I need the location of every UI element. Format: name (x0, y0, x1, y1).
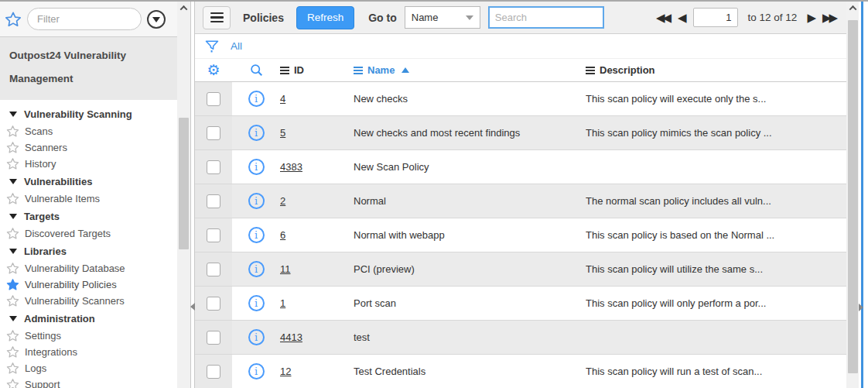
scroll-up-icon[interactable] (177, 2, 190, 15)
favorites-star-icon[interactable] (5, 11, 22, 28)
sidebar-dropdown-button[interactable] (147, 10, 166, 29)
menu-button[interactable] (203, 6, 231, 29)
collapse-right-icon[interactable] (859, 304, 863, 311)
table-row: i 11 PCI (preview) This scan policy will… (195, 252, 846, 287)
row-checkbox[interactable] (207, 92, 220, 106)
info-icon[interactable]: i (248, 193, 265, 209)
policy-id-link[interactable]: 2 (280, 195, 354, 207)
policy-id-link[interactable]: 11 (280, 263, 354, 275)
sidebar-item-vulnerability-policies[interactable]: Vulnerability Policies (0, 276, 177, 293)
row-checkbox[interactable] (207, 263, 220, 276)
row-checkbox[interactable] (207, 160, 220, 174)
row-checkbox[interactable] (207, 194, 220, 208)
sidebar-item-scanners[interactable]: Scanners (0, 139, 177, 156)
column-header-id[interactable]: ID (280, 64, 354, 76)
sidebar-item-logs[interactable]: Logs (0, 360, 177, 376)
policy-id-link[interactable]: 4 (280, 93, 354, 105)
star-icon[interactable] (6, 192, 19, 205)
sidebar-item-settings[interactable]: Settings (0, 328, 177, 344)
panel-divider[interactable] (190, 2, 195, 388)
star-icon[interactable] (6, 362, 19, 375)
search-input[interactable] (488, 6, 604, 29)
table-row: i 4 New checks This scan policy will exe… (195, 82, 846, 116)
refresh-button[interactable]: Refresh (296, 6, 354, 29)
row-checkbox[interactable] (207, 297, 220, 311)
goto-selected-value: Name (412, 12, 439, 23)
policy-name: New Scan Policy (354, 161, 586, 173)
sidebar-group-targets[interactable]: Targets (0, 207, 177, 225)
info-icon[interactable]: i (248, 125, 265, 141)
page-number-input[interactable] (693, 8, 738, 27)
info-icon[interactable]: i (248, 227, 265, 243)
sidebar-item-integrations[interactable]: Integrations (0, 344, 177, 360)
info-icon[interactable]: i (248, 159, 265, 175)
star-icon[interactable] (6, 125, 19, 138)
next-page-icon[interactable]: ▶ (807, 12, 814, 23)
star-icon[interactable] (6, 157, 19, 170)
app-title: Outpost24 Vulnerability Management (0, 37, 177, 100)
star-icon[interactable] (6, 345, 19, 359)
filter-all-link[interactable]: All (231, 40, 242, 52)
sidebar-item-discovered-targets[interactable]: Discovered Targets (0, 225, 177, 242)
sidebar-item-scans[interactable]: Scans (0, 123, 177, 139)
star-icon[interactable] (6, 294, 19, 307)
row-checkbox[interactable] (207, 228, 220, 242)
window-border (861, 2, 863, 388)
collapse-left-icon[interactable] (190, 303, 195, 311)
star-icon[interactable] (6, 378, 19, 388)
row-checkbox[interactable] (207, 126, 220, 140)
sidebar-item-vulnerability-database[interactable]: Vulnerability Database (0, 260, 177, 276)
star-icon[interactable] (6, 329, 19, 342)
policy-id-link[interactable]: 1 (280, 297, 354, 309)
page-range-text: to 12 of 12 (748, 12, 798, 23)
sidebar-group-vulnerabilities[interactable]: Vulnerabilities (0, 172, 177, 191)
prev-page-icon[interactable]: ◀ (678, 12, 685, 23)
goto-field-select[interactable]: Name (405, 6, 480, 29)
sidebar-item-vulnerability-scanners[interactable]: Vulnerability Scanners (0, 293, 177, 309)
policy-id-link[interactable]: 12 (280, 366, 354, 377)
sidebar-scrollbar[interactable] (177, 2, 190, 388)
row-checkbox[interactable] (207, 365, 220, 379)
table-row: i 6 Normal with webapp This scan policy … (195, 218, 846, 252)
goto-label: Go to (368, 12, 397, 24)
sidebar-item-support[interactable]: Support (0, 376, 177, 388)
first-page-icon[interactable]: ◀◀ (656, 12, 669, 23)
info-icon[interactable]: i (248, 329, 265, 345)
select-caret-icon (466, 15, 473, 20)
info-icon[interactable]: i (248, 363, 265, 379)
scroll-up-icon[interactable] (846, 2, 859, 15)
policy-id-link[interactable]: 4413 (280, 331, 354, 343)
star-icon[interactable] (6, 262, 19, 275)
policy-id-link[interactable]: 4383 (280, 161, 354, 173)
sidebar-group-administration[interactable]: Administration (0, 309, 177, 328)
main-scrollbar[interactable] (846, 2, 859, 388)
policy-id-link[interactable]: 5 (280, 127, 354, 139)
info-icon[interactable]: i (248, 295, 265, 311)
column-header-description[interactable]: Description (586, 64, 846, 76)
filter-funnel-icon[interactable] (204, 39, 220, 54)
gear-icon[interactable]: ⚙ (207, 63, 220, 77)
last-page-icon[interactable]: ▶▶ (822, 12, 836, 23)
sidebar-item-history[interactable]: History (0, 156, 177, 172)
sidebar-group-libraries[interactable]: Libraries (0, 242, 177, 260)
sidebar-item-vulnerable-items[interactable]: Vulnerable Items (0, 191, 177, 207)
sidebar-group-vulnerability-scanning[interactable]: Vulnerability Scanning (0, 105, 177, 123)
collapse-triangle-icon (9, 316, 17, 321)
main-scrollbar-thumb[interactable] (848, 20, 858, 373)
info-icon[interactable]: i (248, 261, 265, 277)
info-icon[interactable]: i (248, 91, 265, 107)
row-checkbox[interactable] (207, 331, 220, 345)
search-icon[interactable] (250, 64, 263, 77)
policy-id-link[interactable]: 6 (280, 229, 354, 241)
collapse-triangle-icon (9, 112, 17, 117)
sidebar-filter-input[interactable] (27, 8, 142, 30)
policy-name: test (354, 331, 586, 343)
star-icon[interactable] (6, 227, 19, 240)
star-icon[interactable] (6, 278, 19, 291)
column-header-name[interactable]: Name (354, 64, 586, 76)
sidebar: Outpost24 Vulnerability Management Vulne… (0, 2, 190, 388)
star-icon[interactable] (6, 141, 19, 154)
table-row: i 4383 New Scan Policy (195, 150, 846, 184)
sidebar-scrollbar-thumb[interactable] (179, 118, 189, 249)
collapse-triangle-icon (9, 214, 17, 219)
